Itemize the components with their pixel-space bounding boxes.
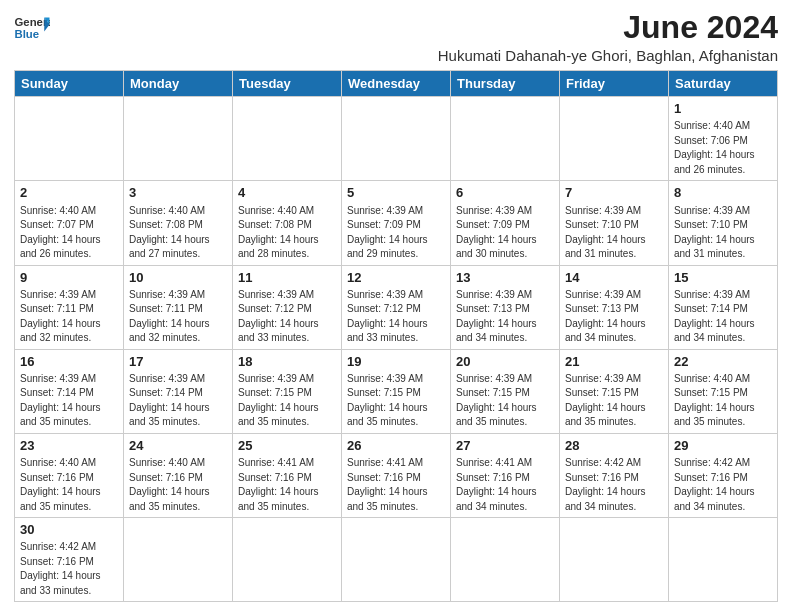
day-number: 30 — [20, 521, 118, 539]
calendar-cell: 1Sunrise: 4:40 AM Sunset: 7:06 PM Daylig… — [669, 97, 778, 181]
logo: General Blue — [14, 10, 50, 42]
day-info: Sunrise: 4:39 AM Sunset: 7:14 PM Dayligh… — [674, 288, 772, 346]
day-info: Sunrise: 4:40 AM Sunset: 7:07 PM Dayligh… — [20, 204, 118, 262]
day-number: 1 — [674, 100, 772, 118]
calendar-table: SundayMondayTuesdayWednesdayThursdayFrid… — [14, 70, 778, 602]
day-number: 12 — [347, 269, 445, 287]
day-number: 27 — [456, 437, 554, 455]
day-number: 25 — [238, 437, 336, 455]
day-info: Sunrise: 4:39 AM Sunset: 7:10 PM Dayligh… — [565, 204, 663, 262]
calendar-cell — [451, 518, 560, 602]
calendar-cell: 4Sunrise: 4:40 AM Sunset: 7:08 PM Daylig… — [233, 181, 342, 265]
calendar-week-row: 1Sunrise: 4:40 AM Sunset: 7:06 PM Daylig… — [15, 97, 778, 181]
location-label: Hukumati Dahanah-ye Ghori, Baghlan, Afgh… — [438, 47, 778, 64]
day-info: Sunrise: 4:39 AM Sunset: 7:09 PM Dayligh… — [456, 204, 554, 262]
weekday-header-cell: Wednesday — [342, 71, 451, 97]
day-info: Sunrise: 4:40 AM Sunset: 7:08 PM Dayligh… — [238, 204, 336, 262]
calendar-cell: 7Sunrise: 4:39 AM Sunset: 7:10 PM Daylig… — [560, 181, 669, 265]
day-number: 5 — [347, 184, 445, 202]
day-info: Sunrise: 4:40 AM Sunset: 7:15 PM Dayligh… — [674, 372, 772, 430]
day-number: 28 — [565, 437, 663, 455]
day-number: 20 — [456, 353, 554, 371]
day-number: 11 — [238, 269, 336, 287]
calendar-cell: 10Sunrise: 4:39 AM Sunset: 7:11 PM Dayli… — [124, 265, 233, 349]
day-info: Sunrise: 4:40 AM Sunset: 7:16 PM Dayligh… — [20, 456, 118, 514]
day-number: 3 — [129, 184, 227, 202]
calendar-cell — [124, 518, 233, 602]
weekday-header-cell: Monday — [124, 71, 233, 97]
day-info: Sunrise: 4:39 AM Sunset: 7:10 PM Dayligh… — [674, 204, 772, 262]
calendar-cell: 18Sunrise: 4:39 AM Sunset: 7:15 PM Dayli… — [233, 349, 342, 433]
weekday-header-row: SundayMondayTuesdayWednesdayThursdayFrid… — [15, 71, 778, 97]
calendar-cell: 16Sunrise: 4:39 AM Sunset: 7:14 PM Dayli… — [15, 349, 124, 433]
day-number: 4 — [238, 184, 336, 202]
weekday-header-cell: Friday — [560, 71, 669, 97]
day-info: Sunrise: 4:39 AM Sunset: 7:14 PM Dayligh… — [129, 372, 227, 430]
day-info: Sunrise: 4:39 AM Sunset: 7:11 PM Dayligh… — [20, 288, 118, 346]
day-number: 17 — [129, 353, 227, 371]
calendar-body: 1Sunrise: 4:40 AM Sunset: 7:06 PM Daylig… — [15, 97, 778, 602]
day-info: Sunrise: 4:41 AM Sunset: 7:16 PM Dayligh… — [347, 456, 445, 514]
calendar-cell: 3Sunrise: 4:40 AM Sunset: 7:08 PM Daylig… — [124, 181, 233, 265]
day-info: Sunrise: 4:39 AM Sunset: 7:13 PM Dayligh… — [456, 288, 554, 346]
calendar-cell — [560, 97, 669, 181]
calendar-cell: 30Sunrise: 4:42 AM Sunset: 7:16 PM Dayli… — [15, 518, 124, 602]
day-number: 10 — [129, 269, 227, 287]
weekday-header-cell: Tuesday — [233, 71, 342, 97]
day-info: Sunrise: 4:39 AM Sunset: 7:15 PM Dayligh… — [565, 372, 663, 430]
day-info: Sunrise: 4:39 AM Sunset: 7:12 PM Dayligh… — [238, 288, 336, 346]
calendar-week-row: 16Sunrise: 4:39 AM Sunset: 7:14 PM Dayli… — [15, 349, 778, 433]
svg-text:Blue: Blue — [15, 28, 40, 40]
calendar-cell: 6Sunrise: 4:39 AM Sunset: 7:09 PM Daylig… — [451, 181, 560, 265]
day-info: Sunrise: 4:39 AM Sunset: 7:14 PM Dayligh… — [20, 372, 118, 430]
day-number: 7 — [565, 184, 663, 202]
day-number: 8 — [674, 184, 772, 202]
weekday-header-cell: Sunday — [15, 71, 124, 97]
day-number: 24 — [129, 437, 227, 455]
calendar-cell — [233, 97, 342, 181]
day-number: 23 — [20, 437, 118, 455]
day-number: 19 — [347, 353, 445, 371]
day-info: Sunrise: 4:40 AM Sunset: 7:16 PM Dayligh… — [129, 456, 227, 514]
calendar-cell: 19Sunrise: 4:39 AM Sunset: 7:15 PM Dayli… — [342, 349, 451, 433]
day-info: Sunrise: 4:39 AM Sunset: 7:12 PM Dayligh… — [347, 288, 445, 346]
day-info: Sunrise: 4:39 AM Sunset: 7:15 PM Dayligh… — [456, 372, 554, 430]
calendar-week-row: 30Sunrise: 4:42 AM Sunset: 7:16 PM Dayli… — [15, 518, 778, 602]
calendar-cell: 28Sunrise: 4:42 AM Sunset: 7:16 PM Dayli… — [560, 433, 669, 517]
logo-icon: General Blue — [14, 14, 50, 42]
month-year-title: June 2024 — [438, 10, 778, 45]
calendar-week-row: 23Sunrise: 4:40 AM Sunset: 7:16 PM Dayli… — [15, 433, 778, 517]
day-info: Sunrise: 4:42 AM Sunset: 7:16 PM Dayligh… — [674, 456, 772, 514]
weekday-header-cell: Thursday — [451, 71, 560, 97]
day-number: 26 — [347, 437, 445, 455]
day-number: 9 — [20, 269, 118, 287]
day-info: Sunrise: 4:39 AM Sunset: 7:15 PM Dayligh… — [238, 372, 336, 430]
calendar-cell — [342, 97, 451, 181]
calendar-cell: 14Sunrise: 4:39 AM Sunset: 7:13 PM Dayli… — [560, 265, 669, 349]
calendar-cell — [451, 97, 560, 181]
calendar-cell: 17Sunrise: 4:39 AM Sunset: 7:14 PM Dayli… — [124, 349, 233, 433]
calendar-cell: 15Sunrise: 4:39 AM Sunset: 7:14 PM Dayli… — [669, 265, 778, 349]
calendar-cell — [669, 518, 778, 602]
day-number: 6 — [456, 184, 554, 202]
calendar-week-row: 2Sunrise: 4:40 AM Sunset: 7:07 PM Daylig… — [15, 181, 778, 265]
day-info: Sunrise: 4:39 AM Sunset: 7:13 PM Dayligh… — [565, 288, 663, 346]
calendar-cell: 24Sunrise: 4:40 AM Sunset: 7:16 PM Dayli… — [124, 433, 233, 517]
calendar-cell: 27Sunrise: 4:41 AM Sunset: 7:16 PM Dayli… — [451, 433, 560, 517]
calendar-cell: 29Sunrise: 4:42 AM Sunset: 7:16 PM Dayli… — [669, 433, 778, 517]
calendar-cell: 21Sunrise: 4:39 AM Sunset: 7:15 PM Dayli… — [560, 349, 669, 433]
weekday-header-cell: Saturday — [669, 71, 778, 97]
day-number: 29 — [674, 437, 772, 455]
day-number: 21 — [565, 353, 663, 371]
day-number: 16 — [20, 353, 118, 371]
day-info: Sunrise: 4:40 AM Sunset: 7:08 PM Dayligh… — [129, 204, 227, 262]
calendar-cell — [233, 518, 342, 602]
day-info: Sunrise: 4:42 AM Sunset: 7:16 PM Dayligh… — [20, 540, 118, 598]
calendar-cell: 26Sunrise: 4:41 AM Sunset: 7:16 PM Dayli… — [342, 433, 451, 517]
calendar-cell: 8Sunrise: 4:39 AM Sunset: 7:10 PM Daylig… — [669, 181, 778, 265]
day-info: Sunrise: 4:39 AM Sunset: 7:11 PM Dayligh… — [129, 288, 227, 346]
calendar-cell: 2Sunrise: 4:40 AM Sunset: 7:07 PM Daylig… — [15, 181, 124, 265]
calendar-week-row: 9Sunrise: 4:39 AM Sunset: 7:11 PM Daylig… — [15, 265, 778, 349]
calendar-cell — [15, 97, 124, 181]
calendar-cell — [342, 518, 451, 602]
